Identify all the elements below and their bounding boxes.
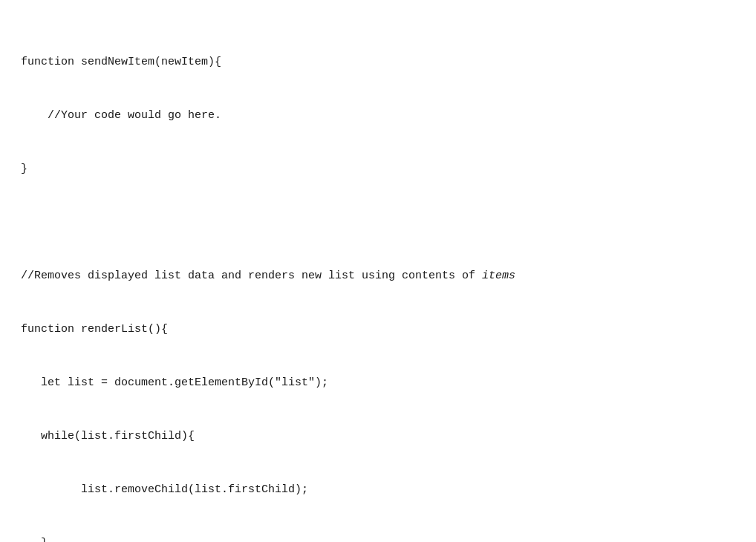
code-line-7: let list = document.getElementById("list… <box>21 374 735 392</box>
code-container: function sendNewItem(newItem){ //Your co… <box>0 0 756 542</box>
code-line-5: //Removes displayed list data and render… <box>21 267 735 285</box>
empty-line-1 <box>21 214 735 232</box>
code-line-6: function renderList(){ <box>21 321 735 339</box>
code-line-10: } <box>21 535 735 542</box>
italic-items: items <box>482 270 515 282</box>
code-line-3: } <box>21 160 735 178</box>
code-line-1: function sendNewItem(newItem){ <box>21 53 735 71</box>
code-line-8: while(list.firstChild){ <box>21 428 735 445</box>
code-line-9: list.removeChild(list.firstChild); <box>21 481 735 499</box>
code-line-2: //Your code would go here. <box>21 107 735 125</box>
code-block: function sendNewItem(newItem){ //Your co… <box>21 18 735 542</box>
